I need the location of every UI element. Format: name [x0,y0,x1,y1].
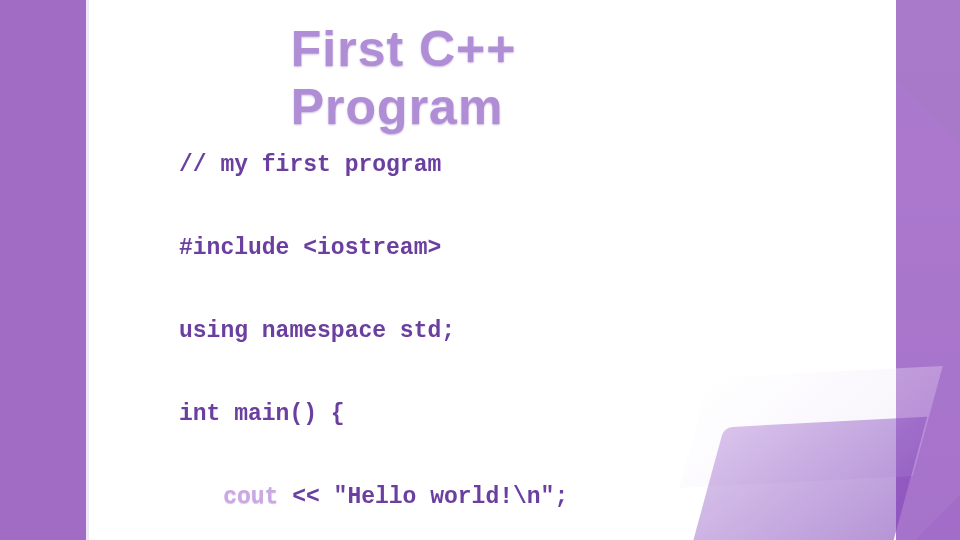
content-panel: First C++ Program // my first program #i… [86,0,896,540]
code-block: // my first program #include <iostream> … [179,104,731,540]
code-line-comment: // my first program [179,145,731,186]
code-line-using: using namespace std; [179,311,731,352]
code-line-include: #include <iostream> [179,228,731,269]
cout-keyword: cout [223,484,278,510]
code-line-main: int main() { [179,394,731,435]
code-line-cout: cout << "Hello world!\n"; [179,477,731,518]
code-line-cout-rest: << "Hello world!\n"; [278,484,568,510]
